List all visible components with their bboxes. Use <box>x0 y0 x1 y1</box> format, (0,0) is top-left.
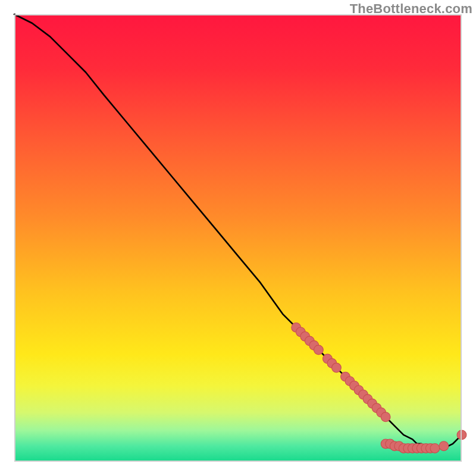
plot-area <box>14 14 462 462</box>
background-gradient <box>14 14 462 462</box>
chart-stage: TheBottleneck.com <box>0 0 476 476</box>
svg-rect-0 <box>14 14 462 462</box>
